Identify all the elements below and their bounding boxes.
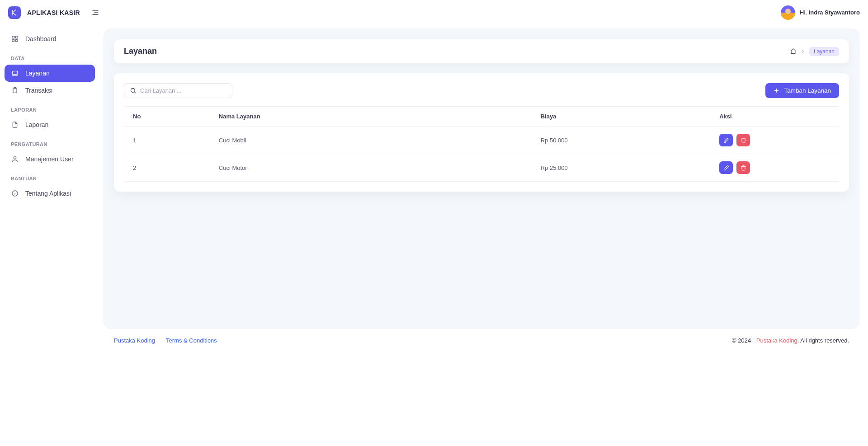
sidebar-item-label: Layanan — [25, 70, 50, 77]
sidebar-item-layanan[interactable]: Layanan — [5, 65, 95, 82]
sidebar-item-tentang[interactable]: Tentang Aplikasi — [5, 185, 95, 202]
user-menu[interactable]: Hi, Indra Styawantoro — [781, 5, 860, 20]
svg-rect-3 — [12, 36, 14, 38]
sidebar: Dashboard DATA Layanan Transaksi LAPORAN — [0, 25, 99, 446]
svg-rect-4 — [15, 36, 18, 38]
sidebar-item-laporan[interactable]: Laporan — [5, 116, 95, 133]
page-header: Layanan Layanan — [114, 39, 849, 63]
delete-button[interactable] — [736, 134, 750, 146]
layanan-table: No Nama Layanan Biaya Aksi 1 Cuci Mobil … — [124, 106, 839, 182]
col-biaya: Biaya — [532, 107, 711, 127]
svg-rect-5 — [12, 39, 14, 42]
footer-copyright-link[interactable]: Pustaka Koding — [756, 337, 797, 344]
trash-icon — [741, 165, 746, 171]
footer: Pustaka Koding Terms & Conditions © 2024… — [103, 329, 860, 353]
edit-icon — [723, 165, 729, 171]
table-row: 2 Cuci Motor Rp 25.000 — [124, 154, 839, 182]
sidebar-item-transaksi[interactable]: Transaksi — [5, 82, 95, 99]
sidebar-item-dashboard[interactable]: Dashboard — [5, 30, 95, 47]
add-button-label: Tambah Layanan — [784, 87, 831, 94]
sidebar-section-data: DATA — [5, 47, 95, 65]
home-icon[interactable] — [790, 48, 797, 55]
grid-icon — [11, 35, 19, 43]
sidebar-item-label: Dashboard — [25, 35, 57, 42]
footer-link-terms[interactable]: Terms & Conditions — [166, 337, 217, 344]
footer-link-pustaka[interactable]: Pustaka Koding — [114, 337, 155, 344]
avatar — [781, 5, 795, 20]
cell-no: 2 — [124, 154, 210, 182]
col-aksi: Aksi — [710, 107, 839, 127]
cell-biaya: Rp 25.000 — [532, 154, 711, 182]
clipboard-icon — [11, 86, 19, 94]
edit-icon — [723, 137, 729, 143]
app-name: APLIKASI KASIR — [27, 9, 80, 16]
svg-point-11 — [14, 157, 16, 159]
info-icon — [11, 189, 19, 197]
add243-layanan-button[interactable]: Tambah Layanan — [765, 83, 839, 98]
page-title: Layanan — [124, 47, 157, 56]
svg-line-16 — [134, 92, 136, 93]
svg-rect-7 — [13, 71, 18, 74]
plus-icon — [774, 88, 779, 94]
edit-button[interactable] — [719, 134, 733, 146]
file-icon — [11, 121, 19, 129]
cell-nama: Cuci Mobil — [210, 127, 532, 154]
laptop-icon — [11, 69, 19, 77]
sidebar-section-bantuan: BANTUAN — [5, 168, 95, 185]
sidebar-item-label: Manajemen User — [25, 155, 74, 163]
greeting: Hi, Indra Styawantoro — [800, 9, 860, 16]
sidebar-item-label: Tentang Aplikasi — [25, 190, 71, 197]
trash-icon — [741, 137, 746, 143]
sidebar-item-label: Laporan — [25, 121, 48, 128]
cell-biaya: Rp 50.000 — [532, 127, 711, 154]
table-row: 1 Cuci Mobil Rp 50.000 — [124, 127, 839, 154]
footer-copyright: © 2024 - Pustaka Koding. All rights rese… — [732, 337, 849, 344]
edit-button[interactable] — [719, 161, 733, 174]
sidebar-section-laporan: LAPORAN — [5, 99, 95, 116]
sidebar-section-pengaturan: PENGATURAN — [5, 133, 95, 150]
app-logo[interactable] — [8, 6, 21, 19]
delete-button[interactable] — [736, 161, 750, 174]
search-input[interactable] — [140, 87, 226, 94]
user-icon — [11, 155, 19, 163]
breadcrumb-current: Layanan — [809, 47, 839, 56]
sidebar-toggle[interactable] — [91, 8, 100, 17]
breadcrumb: Layanan — [790, 47, 839, 56]
cell-nama: Cuci Motor — [210, 154, 532, 182]
col-no: No — [124, 107, 210, 127]
sidebar-item-manajemen-user[interactable]: Manajemen User — [5, 150, 95, 168]
chevron-right-icon — [800, 49, 806, 54]
svg-point-15 — [131, 89, 135, 93]
col-nama: Nama Layanan — [210, 107, 532, 127]
search-box[interactable] — [124, 83, 232, 98]
cell-no: 1 — [124, 127, 210, 154]
search-icon — [130, 87, 137, 94]
svg-rect-6 — [15, 39, 18, 42]
sidebar-item-label: Transaksi — [25, 87, 52, 94]
